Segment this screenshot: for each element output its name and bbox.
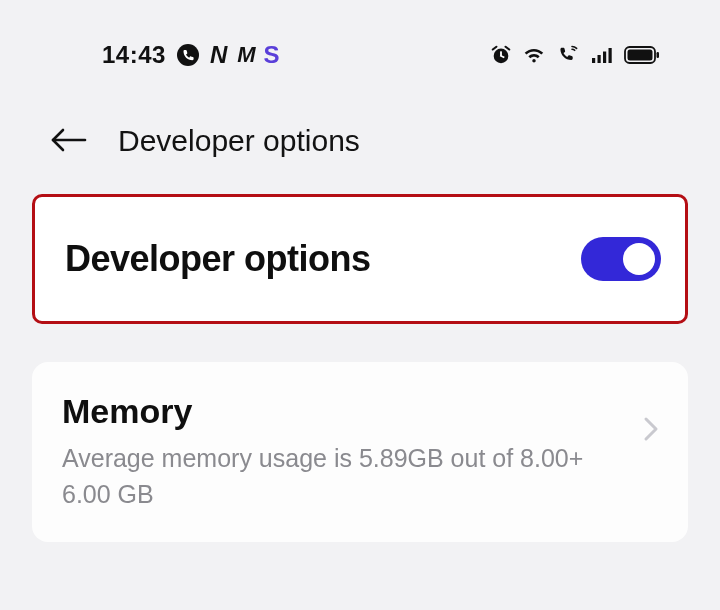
content-area: Developer options Memory Average memory … — [0, 194, 720, 542]
status-bar-left: 14:43 N M S — [102, 41, 280, 69]
wifi-icon — [522, 44, 546, 66]
developer-options-toggle-label: Developer options — [65, 238, 581, 280]
svg-line-5 — [506, 47, 510, 50]
memory-card[interactable]: Memory Average memory usage is 5.89GB ou… — [32, 362, 688, 542]
status-bar: 14:43 N M S — [0, 0, 720, 82]
wifi-calling-icon — [556, 44, 580, 66]
status-app-s-icon: S — [264, 41, 280, 69]
arrow-left-icon — [49, 125, 89, 158]
back-button[interactable] — [46, 118, 92, 164]
svg-rect-6 — [592, 58, 595, 63]
svg-line-4 — [493, 47, 497, 50]
developer-options-toggle[interactable] — [581, 237, 661, 281]
chevron-right-icon — [642, 415, 660, 447]
memory-title: Memory — [62, 392, 630, 431]
battery-icon — [624, 45, 660, 65]
status-bar-right — [490, 44, 660, 66]
svg-rect-8 — [603, 52, 606, 64]
svg-point-0 — [177, 44, 199, 66]
status-app-m-icon: M — [237, 42, 253, 68]
svg-rect-11 — [628, 50, 653, 61]
phone-circle-icon — [176, 43, 200, 67]
memory-description: Average memory usage is 5.89GB out of 8.… — [62, 441, 602, 512]
svg-rect-12 — [657, 52, 660, 58]
signal-icon — [590, 44, 614, 66]
svg-rect-7 — [598, 55, 601, 63]
toggle-knob — [623, 243, 655, 275]
title-bar: Developer options — [0, 82, 720, 194]
page-title: Developer options — [118, 124, 360, 158]
svg-rect-9 — [609, 48, 612, 63]
alarm-icon — [490, 44, 512, 66]
status-app-n-icon: N — [210, 41, 227, 69]
developer-options-toggle-card[interactable]: Developer options — [32, 194, 688, 324]
status-time: 14:43 — [102, 41, 166, 69]
